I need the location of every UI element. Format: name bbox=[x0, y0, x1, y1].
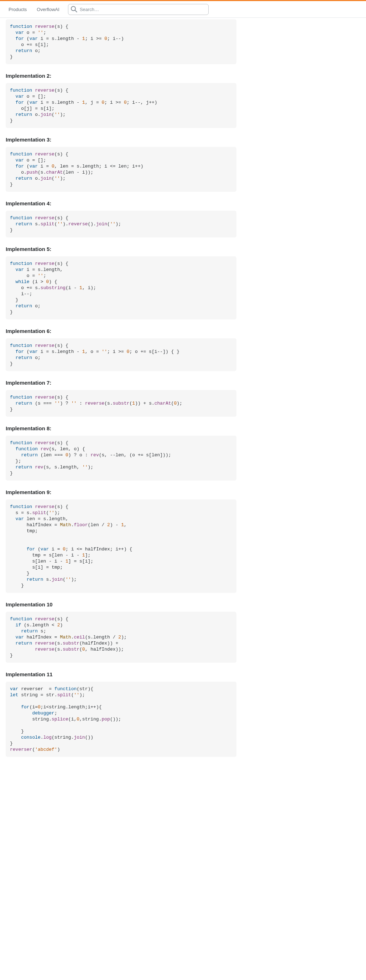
code-block[interactable]: function reverse(s) { s = s.split(''); v… bbox=[6, 500, 236, 593]
code-block[interactable]: function reverse(s) { var o = []; for (v… bbox=[6, 147, 236, 192]
code-block[interactable]: function reverse(s) { var o = []; for (v… bbox=[6, 83, 236, 128]
search-icon bbox=[71, 6, 77, 13]
implementation-heading: Implementation 8: bbox=[6, 425, 236, 431]
implementation-heading: Implementation 6: bbox=[6, 328, 236, 334]
search-wrap bbox=[68, 4, 209, 15]
search-input[interactable] bbox=[68, 4, 209, 15]
code-block[interactable]: function reverse(s) { var o = ''; for (v… bbox=[6, 19, 236, 64]
implementation-heading: Implementation 3: bbox=[6, 137, 236, 143]
implementation-heading: Implementation 9: bbox=[6, 489, 236, 495]
implementation-heading: Implementation 10 bbox=[6, 601, 236, 608]
implementation-heading: Implementation 5: bbox=[6, 246, 236, 252]
answer-content: function reverse(s) { var o = ''; for (v… bbox=[0, 18, 242, 771]
nav-overflowai[interactable]: OverflowAI bbox=[32, 5, 64, 14]
code-block[interactable]: function reverse(s) { if (s.length < 2) … bbox=[6, 612, 236, 663]
code-block[interactable]: function reverse(s) { var i = s.length, … bbox=[6, 256, 236, 320]
topbar: Products OverflowAI bbox=[0, 1, 366, 18]
implementation-heading: Implementation 2: bbox=[6, 73, 236, 79]
implementation-heading: Implementation 11 bbox=[6, 671, 236, 677]
nav-products[interactable]: Products bbox=[4, 5, 31, 14]
implementation-heading: Implementation 4: bbox=[6, 200, 236, 207]
code-block[interactable]: var reverser = function(str){ let string… bbox=[6, 682, 236, 757]
code-block[interactable]: function reverse(s) { function rev(s, le… bbox=[6, 436, 236, 480]
code-block[interactable]: function reverse(s) { return (s === '') … bbox=[6, 390, 236, 417]
code-block[interactable]: function reverse(s) { return s.split('')… bbox=[6, 211, 236, 237]
code-block[interactable]: function reverse(s) { for (var i = s.len… bbox=[6, 338, 236, 371]
implementation-heading: Implementation 7: bbox=[6, 380, 236, 386]
